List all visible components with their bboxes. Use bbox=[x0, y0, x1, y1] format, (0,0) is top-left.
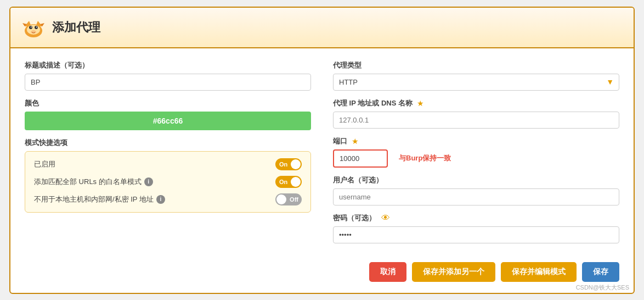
mode-row-enabled: 已启用 On bbox=[34, 158, 302, 170]
proxy-ip-required-star: ★ bbox=[417, 99, 424, 108]
mode-label-local: 不用于本地主机和内部网/私密 IP 地址 i bbox=[34, 195, 165, 204]
left-column: 标题或描述（可选） 颜色 模式快捷选项 已启用 On bbox=[25, 60, 311, 243]
title-input[interactable] bbox=[25, 74, 311, 91]
proxy-ip-input[interactable] bbox=[333, 112, 619, 129]
color-field-group: 颜色 bbox=[25, 98, 311, 130]
toggle-track-local: Off bbox=[275, 193, 302, 205]
proxy-type-select-wrapper: HTTP HTTPS SOCKS4 SOCKS5 ▼ bbox=[333, 74, 619, 91]
mode-section: 已启用 On 添加匹配全部 URLs 的白名单模式 i bbox=[25, 151, 311, 213]
proxy-ip-group: 代理 IP 地址或 DNS 名称 ★ bbox=[333, 98, 619, 129]
info-icon-whitelist[interactable]: i bbox=[144, 177, 153, 186]
svg-point-7 bbox=[36, 26, 37, 27]
dialog-body: 标题或描述（可选） 颜色 模式快捷选项 已启用 On bbox=[10, 48, 634, 254]
mode-label-enabled: 已启用 bbox=[34, 159, 55, 169]
toggle-thumb-local bbox=[276, 195, 286, 204]
save-button[interactable]: 保存 bbox=[582, 262, 619, 282]
username-input[interactable] bbox=[333, 188, 619, 205]
toggle-label-off: Off bbox=[290, 196, 298, 203]
info-icon-local[interactable]: i bbox=[156, 195, 165, 204]
password-label: 密码（可选） bbox=[333, 213, 376, 223]
mode-row-whitelist: 添加匹配全部 URLs 的白名单模式 i On bbox=[34, 176, 302, 188]
toggle-track-whitelist: On bbox=[275, 176, 302, 188]
mode-section-wrapper: 模式快捷选项 已启用 On bbox=[25, 138, 311, 213]
dialog-header: 添加代理 bbox=[10, 8, 634, 48]
proxy-ip-label-row: 代理 IP 地址或 DNS 名称 ★ bbox=[333, 98, 619, 108]
mode-section-label: 模式快捷选项 bbox=[25, 138, 311, 148]
port-label: 端口 bbox=[333, 136, 347, 146]
password-group: 密码（可选） 👁 bbox=[333, 213, 619, 243]
dialog-footer: 取消 保存并添加另一个 保存并编辑模式 保存 CSDN@铁大大SES bbox=[10, 254, 634, 293]
title-field-group: 标题或描述（可选） bbox=[25, 60, 311, 91]
save-add-another-button[interactable]: 保存并添加另一个 bbox=[412, 262, 495, 282]
toggle-thumb-enabled bbox=[291, 159, 301, 169]
toggle-enabled[interactable]: On bbox=[275, 158, 302, 170]
save-edit-mode-button[interactable]: 保存并编辑模式 bbox=[501, 262, 577, 282]
svg-point-6 bbox=[31, 26, 32, 27]
toggle-thumb-whitelist bbox=[291, 177, 301, 187]
toggle-label-on-2: On bbox=[279, 179, 287, 185]
title-label: 标题或描述（可选） bbox=[25, 60, 311, 70]
username-group: 用户名（可选） bbox=[333, 175, 619, 205]
proxy-type-group: 代理类型 HTTP HTTPS SOCKS4 SOCKS5 ▼ bbox=[333, 60, 619, 91]
toggle-track-enabled: On bbox=[275, 158, 302, 170]
eye-icon[interactable]: 👁 bbox=[381, 213, 390, 223]
add-proxy-dialog: 添加代理 标题或描述（可选） 颜色 模式快捷选项 已启用 bbox=[9, 7, 635, 294]
color-input[interactable] bbox=[25, 112, 311, 130]
right-column: 代理类型 HTTP HTTPS SOCKS4 SOCKS5 ▼ 代理 IP 地址… bbox=[333, 60, 619, 243]
port-hint: 与Burp保持一致 bbox=[399, 153, 451, 163]
watermark: CSDN@铁大大SES bbox=[576, 284, 629, 292]
port-required-star: ★ bbox=[352, 137, 359, 146]
toggle-local[interactable]: Off bbox=[275, 193, 302, 205]
mode-row-local: 不用于本地主机和内部网/私密 IP 地址 i Off bbox=[34, 193, 302, 205]
proxy-ip-label: 代理 IP 地址或 DNS 名称 bbox=[333, 98, 413, 108]
toggle-label-on-1: On bbox=[279, 161, 287, 168]
color-label: 颜色 bbox=[25, 98, 311, 108]
mode-label-whitelist: 添加匹配全部 URLs 的白名单模式 i bbox=[34, 177, 153, 187]
password-input[interactable] bbox=[333, 226, 619, 243]
port-group: 端口 ★ 与Burp保持一致 bbox=[333, 136, 619, 168]
svg-point-5 bbox=[35, 26, 38, 29]
proxy-type-label: 代理类型 bbox=[333, 60, 619, 70]
cancel-button[interactable]: 取消 bbox=[369, 262, 406, 282]
proxy-type-select[interactable]: HTTP HTTPS SOCKS4 SOCKS5 bbox=[333, 74, 619, 91]
username-label: 用户名（可选） bbox=[333, 175, 619, 185]
password-label-row: 密码（可选） 👁 bbox=[333, 213, 619, 223]
dialog-title: 添加代理 bbox=[52, 19, 100, 36]
port-input[interactable] bbox=[333, 149, 388, 168]
port-label-row: 端口 ★ bbox=[333, 136, 619, 146]
port-input-row: 与Burp保持一致 bbox=[333, 149, 619, 168]
svg-point-4 bbox=[29, 26, 32, 29]
toggle-whitelist[interactable]: On bbox=[275, 176, 302, 188]
fox-icon bbox=[21, 15, 46, 40]
